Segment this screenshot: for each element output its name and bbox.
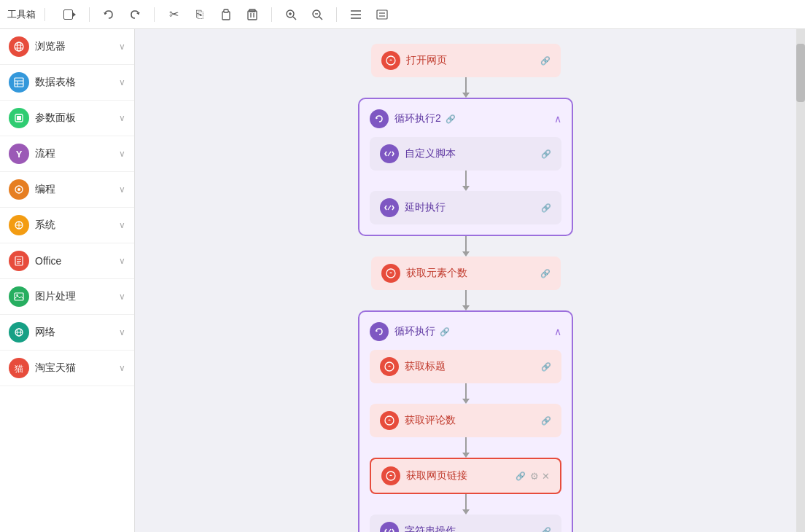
get-link-label: 获取网页链接 <box>406 469 513 482</box>
sidebar-item-params[interactable]: 参数面板 ∨ <box>0 101 134 136</box>
sidebar-item-image[interactable]: 图片处理 ∨ <box>0 279 134 315</box>
toolbar-title: 工具箱 <box>7 8 45 21</box>
node-custom-script[interactable]: 自定义脚本 🔗 <box>370 137 561 171</box>
open-webpage-label: 打开网页 <box>406 54 537 67</box>
get-count-label: 获取元素个数 <box>406 267 537 280</box>
canvas[interactable]: 打开网页 🔗 循环执行2 🔗 ∧ <box>135 29 796 532</box>
sidebar-item-code[interactable]: 编程 ∨ <box>0 172 134 208</box>
sidebar-item-office[interactable]: Office ∨ <box>0 243 134 279</box>
arrow-inner-1 <box>462 171 470 191</box>
sidebar-item-network[interactable]: 网络 ∨ <box>0 315 134 351</box>
divider-1 <box>89 7 90 22</box>
arrow-2 <box>462 236 470 257</box>
node-string-op[interactable]: 字符串操作 🔗 <box>370 515 561 532</box>
zoom-out-button[interactable] <box>307 4 327 25</box>
video-button[interactable] <box>60 4 80 25</box>
sidebar-item-data-table[interactable]: 数据表格 ∨ <box>0 65 134 101</box>
loop-container-1: 循环执行 🔗 ∧ 获取标题 🔗 <box>358 310 573 532</box>
cut-button[interactable]: ✂ <box>163 4 184 25</box>
data-table-icon <box>9 72 29 93</box>
get-link-icon <box>381 466 400 485</box>
node-delay-exec[interactable]: 延时执行 🔗 <box>370 191 561 224</box>
node-open-webpage[interactable]: 打开网页 🔗 <box>371 44 561 77</box>
arrow-1 <box>462 77 470 98</box>
sidebar-item-browser[interactable]: 浏览器 ∨ <box>0 29 134 65</box>
right-scrollbar[interactable] <box>796 29 805 532</box>
svg-rect-40 <box>15 293 23 300</box>
custom-script-link: 🔗 <box>541 149 551 159</box>
loop1-collapse-btn[interactable]: ∧ <box>554 326 561 337</box>
align1-button[interactable] <box>346 4 366 25</box>
sidebar-label-office: Office <box>35 255 119 267</box>
align2-button[interactable] <box>372 4 392 25</box>
copy-button[interactable]: ⎘ <box>190 4 210 25</box>
zoom-in-button[interactable] <box>281 4 301 25</box>
scrollbar-thumb[interactable] <box>796 44 805 102</box>
taobao-arrow: ∨ <box>119 363 125 373</box>
svg-line-13 <box>319 17 322 20</box>
code-icon <box>9 179 29 200</box>
svg-rect-3 <box>224 9 228 12</box>
node-get-count[interactable]: 获取元素个数 🔗 <box>371 257 561 290</box>
get-title-icon <box>380 357 399 376</box>
svg-line-48 <box>388 206 391 210</box>
params-icon <box>9 108 29 128</box>
arrow-3 <box>462 290 470 310</box>
svg-rect-0 <box>64 9 73 19</box>
sidebar-item-system[interactable]: 系统 ∨ <box>0 208 134 243</box>
taobao-icon: 猫 <box>9 358 29 378</box>
sidebar-label-system: 系统 <box>35 219 119 232</box>
sidebar-label-code: 编程 <box>35 183 119 196</box>
flow-arrow: ∨ <box>119 149 125 159</box>
svg-line-47 <box>388 152 391 156</box>
network-arrow: ∨ <box>119 327 125 337</box>
node-get-reviews[interactable]: 获取评论数 🔗 <box>370 404 561 437</box>
get-title-label: 获取标题 <box>405 360 538 373</box>
get-link-settings-btn[interactable]: ⚙ <box>530 471 539 482</box>
get-reviews-link: 🔗 <box>541 416 551 426</box>
delete-button[interactable] <box>242 4 262 25</box>
get-count-icon <box>381 264 400 283</box>
node-get-link[interactable]: 获取网页链接 🔗 ⚙ ✕ <box>370 458 561 494</box>
sidebar-label-image: 图片处理 <box>35 290 119 303</box>
loop2-collapse-btn[interactable]: ∧ <box>554 113 561 125</box>
get-link-close-btn[interactable]: ✕ <box>542 471 550 482</box>
image-icon <box>9 286 29 307</box>
get-title-link: 🔗 <box>541 362 551 372</box>
svg-text:猫: 猫 <box>15 364 23 373</box>
loop-container-2: 循环执行2 🔗 ∧ 自定义脚本 🔗 <box>358 98 573 236</box>
sidebar-item-flow[interactable]: Y 流程 ∨ <box>0 136 134 172</box>
svg-line-53 <box>388 529 391 532</box>
sidebar-label-taobao: 淘宝天猫 <box>35 361 119 375</box>
network-icon <box>9 322 29 343</box>
get-count-link: 🔗 <box>540 269 551 278</box>
divider-3 <box>271 7 272 22</box>
loop2-header: 循环执行2 🔗 ∧ <box>370 109 561 128</box>
loop2-title: 循环执行2 🔗 <box>394 112 554 125</box>
get-reviews-icon <box>380 411 399 430</box>
loop1-icon <box>370 322 389 341</box>
svg-rect-18 <box>377 10 387 19</box>
paste-button[interactable] <box>216 4 236 25</box>
sidebar-item-taobao[interactable]: 猫 淘宝天猫 ∨ <box>0 351 134 386</box>
undo-button[interactable] <box>98 4 119 25</box>
arrow-inner-4 <box>462 494 470 515</box>
office-icon <box>9 251 29 271</box>
string-op-icon <box>380 522 399 532</box>
sidebar-label-params: 参数面板 <box>35 112 119 125</box>
data-table-arrow: ∨ <box>119 77 125 87</box>
delay-exec-label: 延时执行 <box>405 201 538 214</box>
svg-point-22 <box>18 42 21 51</box>
custom-script-label: 自定义脚本 <box>405 147 538 160</box>
open-webpage-link-icon: 🔗 <box>540 56 551 66</box>
redo-button[interactable] <box>125 4 145 25</box>
flow-container: 打开网页 🔗 循环执行2 🔗 ∧ <box>164 44 767 532</box>
browser-icon <box>9 36 29 57</box>
get-reviews-label: 获取评论数 <box>405 414 538 427</box>
node-get-title[interactable]: 获取标题 🔗 <box>370 350 561 383</box>
open-webpage-icon <box>381 51 400 70</box>
browser-arrow: ∨ <box>119 42 125 52</box>
params-arrow: ∨ <box>119 113 125 123</box>
code-arrow: ∨ <box>119 184 125 195</box>
sidebar-label-flow: 流程 <box>35 147 119 160</box>
